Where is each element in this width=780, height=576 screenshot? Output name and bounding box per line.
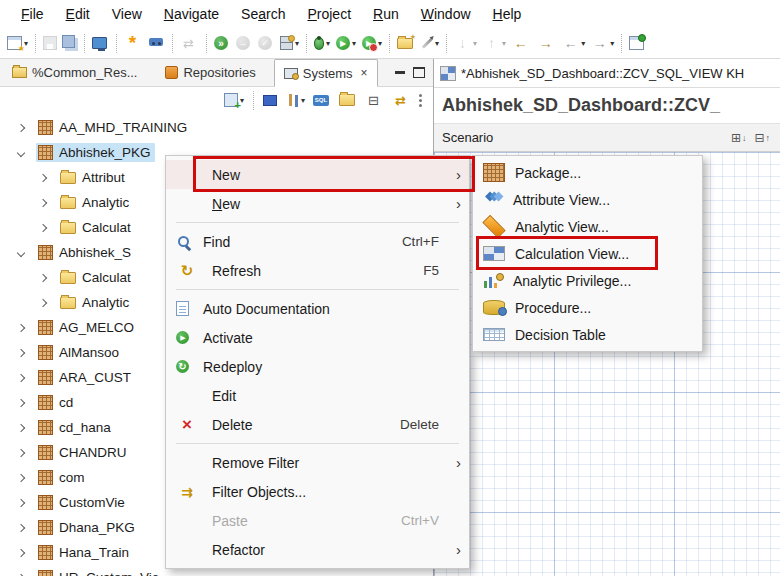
refresh-view-button[interactable]: ⇄ xyxy=(389,90,414,111)
menu-edit[interactable]: Edit xyxy=(55,2,101,26)
tree-expander[interactable] xyxy=(14,525,28,531)
toolbar-separator[interactable] xyxy=(446,34,447,53)
view-menu-button[interactable] xyxy=(416,98,427,102)
step-button[interactable]: → xyxy=(233,34,255,52)
menu-search[interactable]: Search xyxy=(230,2,296,26)
minimize-button[interactable] xyxy=(395,71,405,74)
menu-navigate[interactable]: Navigate xyxy=(153,2,230,26)
toolbar-separator[interactable] xyxy=(84,34,85,53)
menu-project[interactable]: Project xyxy=(296,2,362,26)
tab-repositories[interactable]: Repositories xyxy=(155,59,273,86)
menu-window[interactable]: Window xyxy=(410,2,482,26)
collapse-all-button[interactable]: ⊟ xyxy=(362,90,387,111)
tree-expander[interactable] xyxy=(14,450,28,456)
pin-editor-button[interactable] xyxy=(626,34,649,52)
menu-separator[interactable] xyxy=(176,443,459,444)
run-external-tool-button[interactable]: ▶▾ xyxy=(359,34,385,52)
menu-item-auto-documentation[interactable]: Auto Documentation xyxy=(166,294,469,323)
tree-expander[interactable] xyxy=(14,150,28,156)
menu-item-edit[interactable]: Edit xyxy=(166,381,469,410)
run-button[interactable]: ▶▾ xyxy=(333,34,359,52)
menu-item-activate[interactable]: Activate xyxy=(166,323,469,352)
menu-item-new-highlighted[interactable]: New › xyxy=(166,160,469,189)
new-wizard-button[interactable]: ▾ xyxy=(4,34,31,52)
system-tools-button[interactable]: ▾ xyxy=(284,92,308,109)
menu-separator[interactable] xyxy=(176,289,459,290)
last-edit-location-button[interactable]: ↓▾ xyxy=(451,33,480,54)
toolbar-separator[interactable] xyxy=(116,34,117,53)
tree-expander[interactable] xyxy=(14,375,28,381)
find-table-button[interactable] xyxy=(336,92,360,108)
menu-item-remove-filter[interactable]: Remove Filter › xyxy=(166,448,469,477)
collapse-all-icon[interactable]: ⊟↑ xyxy=(754,131,770,145)
tree-expander[interactable] xyxy=(14,325,28,331)
close-tab-icon[interactable]: × xyxy=(361,66,368,80)
save-button[interactable] xyxy=(40,34,62,52)
deploy-button[interactable] xyxy=(146,38,168,48)
toolbar-separator[interactable] xyxy=(206,34,207,53)
tree-expander[interactable] xyxy=(14,400,28,406)
next-annotation-button[interactable]: ↑▾ xyxy=(480,33,509,54)
tree-expander[interactable] xyxy=(14,125,28,131)
forward-history-button[interactable]: → xyxy=(534,33,559,54)
forward-button[interactable]: →▾ xyxy=(588,33,617,54)
submenu-item-analytic-view[interactable]: Analytic View... xyxy=(473,213,702,240)
menu-view[interactable]: View xyxy=(101,2,153,26)
menu-item-refresh[interactable]: Refresh F5 xyxy=(166,256,469,285)
submenu-item-decision-table[interactable]: Decision Table xyxy=(473,321,702,348)
open-resource-button[interactable] xyxy=(394,36,418,51)
tree-expander[interactable] xyxy=(14,250,28,256)
tree-expander[interactable] xyxy=(14,425,28,431)
tree-expander[interactable] xyxy=(14,350,28,356)
toolbar-separator[interactable] xyxy=(389,34,390,53)
target-configuration-button[interactable]: ▾ xyxy=(277,34,302,52)
resume-button[interactable]: » xyxy=(211,34,233,52)
link-with-editor-button[interactable]: ⇄ xyxy=(177,33,202,54)
expand-all-icon[interactable]: ⊞↓ xyxy=(731,131,747,145)
menu-item-new[interactable]: New › xyxy=(166,189,469,218)
menu-separator[interactable] xyxy=(176,222,459,223)
tree-expander[interactable] xyxy=(36,300,50,306)
menu-item-paste[interactable]: Paste Ctrl+V xyxy=(166,506,469,535)
search-button[interactable]: ▾ xyxy=(418,37,442,50)
toolbar-separator[interactable] xyxy=(253,91,254,110)
tree-item-aa-mhd-training[interactable]: AA_MHD_TRAINING xyxy=(0,115,433,140)
menu-item-filter-objects[interactable]: Filter Objects... xyxy=(166,477,469,506)
back-button[interactable]: ←▾ xyxy=(559,33,588,54)
add-system-button[interactable]: ▾ xyxy=(221,91,247,109)
menu-item-redeploy[interactable]: Redeploy xyxy=(166,352,469,381)
tree-expander[interactable] xyxy=(36,225,50,231)
toolbar-separator[interactable] xyxy=(35,34,36,53)
toolbar-separator[interactable] xyxy=(172,34,173,53)
open-sql-console-button[interactable]: SQL xyxy=(310,93,334,108)
tree-expander[interactable] xyxy=(14,475,28,481)
submenu-item-procedure[interactable]: Procedure... xyxy=(473,294,702,321)
menu-run[interactable]: Run xyxy=(362,2,410,26)
editor-tab[interactable]: *Abhishek_SD_Dashboard::ZCV_SQL_VIEW KH xyxy=(440,66,744,81)
back-history-button[interactable]: ← xyxy=(509,33,534,54)
administration-console-button[interactable] xyxy=(260,93,282,108)
menu-help[interactable]: Help xyxy=(482,2,533,26)
tree-expander[interactable] xyxy=(14,550,28,556)
tree-expander[interactable] xyxy=(36,175,50,181)
submenu-item-attribute-view[interactable]: Attribute View... xyxy=(473,186,702,213)
save-all-button[interactable] xyxy=(62,36,80,50)
toolbar-separator[interactable] xyxy=(621,34,622,53)
tab-systems[interactable]: Systems × xyxy=(274,59,378,87)
open-administration-console-button[interactable] xyxy=(89,35,112,51)
tree-expander[interactable] xyxy=(36,275,50,281)
menu-item-refactor[interactable]: Refactor › xyxy=(166,535,469,564)
complete-button[interactable]: ✓ xyxy=(255,34,277,52)
debug-button[interactable]: ▾ xyxy=(311,35,333,52)
maximize-button[interactable] xyxy=(413,67,425,78)
tab-common-resources[interactable]: %Common_Res... xyxy=(2,59,155,86)
toolbar-separator[interactable] xyxy=(306,34,307,53)
menu-item-find[interactable]: Find Ctrl+F xyxy=(166,227,469,256)
tree-expander[interactable] xyxy=(36,200,50,206)
menu-item-delete[interactable]: Delete Delete xyxy=(166,410,469,439)
menu-file[interactable]: File xyxy=(10,2,55,26)
magic-wand-button[interactable]: * xyxy=(121,33,146,54)
submenu-item-calculation-view[interactable]: Calculation View... xyxy=(473,240,702,267)
tree-expander[interactable] xyxy=(14,500,28,506)
submenu-item-analytic-privilege[interactable]: Analytic Privilege... xyxy=(473,267,702,294)
